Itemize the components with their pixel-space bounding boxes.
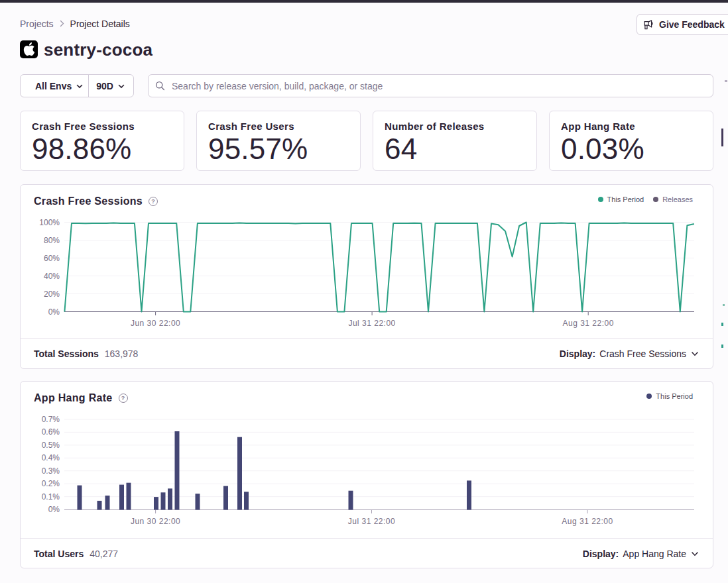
svg-text:0.2%: 0.2% (42, 479, 60, 488)
svg-text:Jul 31 22:00: Jul 31 22:00 (348, 517, 395, 526)
svg-text:Aug 31 22:00: Aug 31 22:00 (562, 319, 613, 328)
svg-text:80%: 80% (44, 236, 60, 245)
svg-text:Jun 30 22:00: Jun 30 22:00 (131, 319, 180, 328)
svg-text:0.1%: 0.1% (42, 492, 60, 502)
svg-text:60%: 60% (44, 254, 60, 263)
svg-text:Aug 31 22:00: Aug 31 22:00 (562, 517, 613, 526)
svg-text:0.7%: 0.7% (42, 415, 60, 424)
svg-text:0.6%: 0.6% (42, 427, 60, 437)
svg-text:100%: 100% (39, 218, 60, 227)
svg-text:Jun 30 22:00: Jun 30 22:00 (131, 517, 180, 526)
svg-text:0.4%: 0.4% (42, 453, 60, 462)
svg-text:40%: 40% (44, 272, 60, 281)
svg-text:20%: 20% (44, 290, 60, 299)
svg-text:Jul 31 22:00: Jul 31 22:00 (348, 319, 395, 328)
svg-text:0.3%: 0.3% (42, 466, 60, 476)
svg-text:0.5%: 0.5% (42, 441, 60, 450)
svg-text:0%: 0% (48, 505, 60, 514)
svg-text:0%: 0% (48, 307, 60, 317)
